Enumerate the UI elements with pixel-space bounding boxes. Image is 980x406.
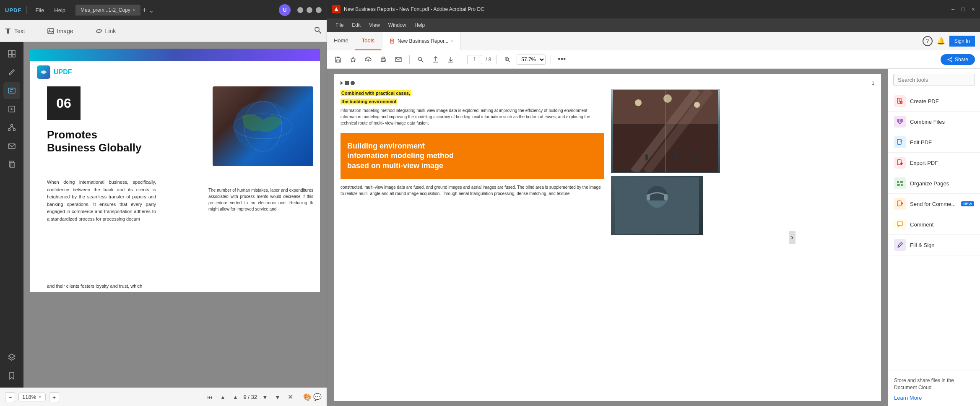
avatar[interactable]: U	[279, 4, 291, 16]
tab-document-close[interactable]: ×	[451, 39, 453, 44]
acrobat-menu-view[interactable]: View	[366, 21, 383, 30]
email-button[interactable]	[393, 54, 404, 65]
tool-item-organize-pages[interactable]: Organize Pages	[888, 173, 980, 194]
first-page-button[interactable]: ⏮	[205, 393, 215, 402]
close-button[interactable]	[316, 7, 322, 13]
sidebar-export-button[interactable]	[3, 101, 20, 117]
page-down-button[interactable]: ▼	[260, 393, 270, 402]
search-tools-input[interactable]	[893, 74, 975, 86]
sidebar-edit-button[interactable]	[3, 64, 20, 81]
bottom-close-button[interactable]: ✕	[286, 393, 295, 402]
acrobat-tools-panel: Create PDF Combine Files Edit PDF Export…	[888, 69, 980, 406]
help-icon-button[interactable]: ?	[923, 36, 933, 46]
acrobat-close-button[interactable]: ×	[972, 6, 975, 13]
bottom-chat-icon[interactable]: 💬	[313, 393, 322, 401]
tool-item-fill-sign[interactable]: Fill & Sign	[888, 235, 980, 255]
minimize-button[interactable]	[297, 7, 303, 13]
acrobat-logo-icon	[332, 5, 341, 13]
star-button[interactable]	[347, 54, 359, 65]
tool-item-edit-pdf[interactable]: Edit PDF	[888, 132, 980, 153]
zoom-in-acrobat[interactable]	[502, 54, 513, 65]
tab-tools[interactable]: Tools	[355, 32, 381, 50]
upload-button[interactable]	[430, 54, 442, 65]
updf-tab-bar: Mes_prem...1-2_Copy × + ⌄	[75, 5, 276, 16]
acrobat-application: New Business Reports - New Font.pdf - Ad…	[327, 0, 980, 406]
fill-sign-label: Fill & Sign	[910, 242, 935, 248]
toolbar-image-label: Image	[57, 28, 73, 34]
tab-home[interactable]: Home	[327, 32, 355, 50]
search-pdf-button[interactable]	[415, 54, 426, 65]
svg-line-53	[949, 60, 951, 60]
edit-pdf-icon	[894, 136, 906, 148]
tab-document[interactable]: New Business Repor... ×	[383, 32, 461, 50]
pdf-two-column: Combined with practical cases, the build…	[341, 89, 874, 235]
send-for-comment-badge: NEW	[961, 201, 974, 206]
zoom-dropdown-arrow[interactable]: ▼	[38, 395, 42, 399]
tool-item-export-pdf[interactable]: Export PDF	[888, 153, 980, 173]
download-button[interactable]	[445, 54, 457, 65]
search-button-updf[interactable]	[314, 26, 322, 36]
sidebar-share-button[interactable]	[3, 119, 20, 136]
tool-item-send-for-comment[interactable]: Send for Comme... NEW	[888, 194, 980, 214]
updf-new-tab-button[interactable]: +	[142, 6, 147, 15]
toolbar-text-item[interactable]: Text	[0, 26, 29, 36]
svg-marker-25	[8, 354, 15, 358]
updf-tab-overflow-button[interactable]: ⌄	[148, 6, 154, 14]
expand-panel-arrow[interactable]: ›	[789, 231, 795, 244]
organize-pages-label: Organize Pages	[910, 180, 949, 187]
sidebar-bookmark-button[interactable]	[3, 367, 20, 384]
sidebar-layers-button[interactable]	[3, 349, 20, 366]
share-button[interactable]: Share	[941, 54, 975, 65]
tool-item-create-pdf[interactable]: Create PDF	[888, 91, 980, 112]
tool-item-combine-files[interactable]: Combine Files	[888, 112, 980, 132]
page-number-input[interactable]	[467, 55, 482, 64]
print-button[interactable]	[377, 54, 389, 65]
zoom-value-display: 118% ▼	[18, 393, 46, 401]
acrobat-menu-edit[interactable]: Edit	[348, 21, 364, 30]
acrobat-minimize-button[interactable]: −	[951, 6, 954, 13]
sidebar-email-button[interactable]	[3, 138, 20, 154]
zoom-increase-button[interactable]: +	[49, 392, 59, 402]
svg-rect-32	[336, 60, 340, 62]
notifications-bell[interactable]: 🔔	[937, 37, 945, 45]
save-button[interactable]	[332, 54, 344, 65]
sidebar-thumbnail-button[interactable]	[3, 45, 20, 62]
sidebar-pages-button[interactable]	[3, 156, 20, 173]
create-pdf-label: Create PDF	[910, 98, 939, 104]
next-page-up-button[interactable]: ▲	[231, 393, 240, 402]
zoom-decrease-button[interactable]: −	[5, 392, 15, 402]
pdf-building-image	[611, 89, 720, 173]
acrobat-maximize-button[interactable]: □	[961, 6, 964, 13]
sidebar-ocr-button[interactable]	[3, 82, 20, 99]
updf-menu-file[interactable]: File	[32, 5, 47, 15]
svg-rect-84	[897, 201, 901, 206]
page-number-display: 9 / 32	[243, 394, 257, 400]
cloud-upload-button[interactable]	[362, 54, 374, 65]
svg-point-18	[8, 129, 10, 131]
maximize-button[interactable]	[307, 7, 312, 13]
updf-active-tab[interactable]: Mes_prem...1-2_Copy ×	[75, 5, 140, 16]
learn-more-link[interactable]: Learn More	[894, 395, 974, 401]
toolbar-image-item[interactable]: Image	[43, 26, 78, 36]
acrobat-menu-window[interactable]: Window	[385, 21, 410, 30]
bottom-color-icon[interactable]: 🎨	[303, 393, 312, 401]
more-options-button[interactable]: •••	[556, 55, 567, 64]
tool-item-comment[interactable]: Comment	[888, 214, 980, 235]
pdf-page: UPDF 06 Promotes Business Global	[30, 49, 320, 292]
updf-menu-help[interactable]: Help	[51, 5, 69, 15]
prev-page-button[interactable]: ▲	[218, 393, 227, 402]
acrobat-menu-file[interactable]: File	[332, 21, 347, 30]
organize-pages-icon	[894, 177, 906, 189]
toolbar-link-item[interactable]: Link	[91, 26, 120, 36]
zoom-select-dropdown[interactable]: 57.7%	[517, 55, 546, 65]
toolbar-separator-2	[462, 55, 462, 64]
acrobat-menu-help[interactable]: Help	[411, 21, 429, 30]
last-page-button[interactable]: ▼	[273, 393, 282, 402]
combine-files-icon	[894, 116, 906, 128]
updf-tab-label: Mes_prem...1-2_Copy	[81, 7, 130, 13]
svg-point-60	[663, 94, 672, 103]
updf-tab-close[interactable]: ×	[133, 8, 135, 13]
sign-in-button[interactable]: Sign In	[949, 36, 975, 47]
svg-rect-11	[8, 88, 15, 93]
toolbar-separator	[409, 55, 410, 64]
